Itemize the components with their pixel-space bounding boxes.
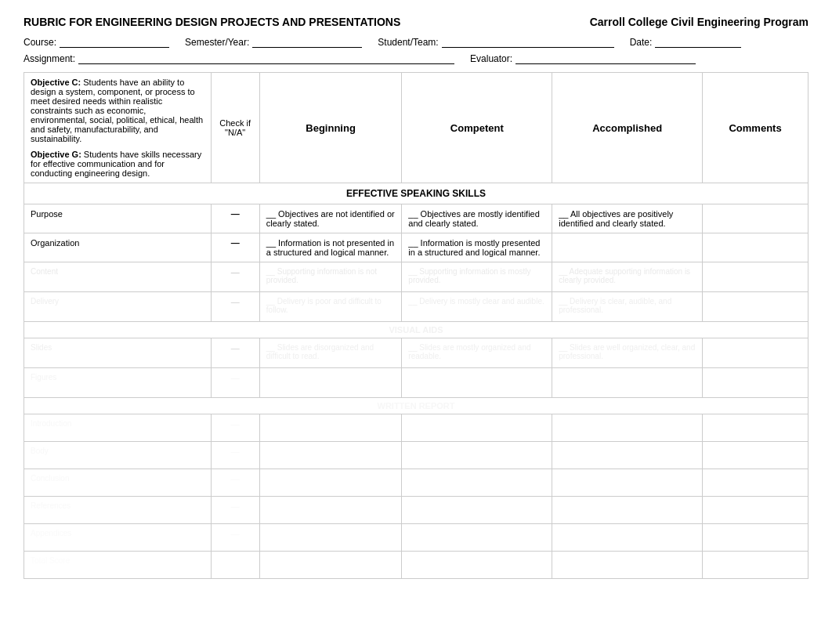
organization-competent: __ Information is mostly presented in a … [402,233,552,262]
blurred-row-4: Slides — __ Slides are disorganized and … [24,338,808,368]
competent-label: Competent [450,122,504,134]
purpose-competent: __ Objectives are mostly identified and … [402,204,552,233]
evaluator-value[interactable] [515,52,696,64]
beginning-label: Beginning [306,122,356,134]
evaluator-label: Evaluator: [470,53,512,64]
purpose-comments [703,204,808,233]
objective-c-text: Students have an ability to design a sys… [31,78,203,143]
organization-dash: — [231,238,240,248]
semester-label: Semester/Year: [185,37,249,48]
blurred-row-1: Content — __ Supporting information is n… [24,262,808,292]
beginning-header-cell: Beginning [259,73,402,183]
assignment-value[interactable] [78,52,454,64]
effective-speaking-cell: EFFECTIVE SPEAKING SKILLS [24,183,808,204]
effective-speaking-label: EFFECTIVE SPEAKING SKILLS [346,188,486,199]
objective-g-block: Objective G: Students have skills necess… [31,150,204,178]
form-row-2: Assignment: Evaluator: [24,52,808,64]
comments-header-cell: Comments [703,73,808,183]
form-row-1: Course: Semester/Year: Student/Team: Dat… [24,36,808,48]
semester-value[interactable] [252,36,362,48]
organization-competent-text: __ Information is mostly presented in a … [408,238,540,257]
organization-beginning: __ Information is not presented in a str… [259,233,402,262]
header-top: RUBRIC FOR ENGINEERING DESIGN PROJECTS A… [24,16,808,28]
blurred-row-3: VISUAL AIDS [24,322,808,338]
blurred-row-7: Introduction — [24,414,808,442]
course-value[interactable] [60,36,169,48]
purpose-accomplished-text: __ All objectives are positively identif… [559,209,673,228]
page-title: RUBRIC FOR ENGINEERING DESIGN PROJECTS A… [24,16,400,28]
purpose-check: — [211,204,259,233]
semester-field: Semester/Year: [185,36,362,48]
institution-name: Carroll College Civil Engineering Progra… [590,16,808,28]
purpose-beginning: __ Objectives are not identified or clea… [259,204,402,233]
blurred-row-9: Conclusion — [24,469,808,497]
effective-speaking-header-row: EFFECTIVE SPEAKING SKILLS [24,183,808,204]
purpose-label: Purpose [31,209,63,219]
objective-g-label: Objective G: [31,150,81,159]
organization-beginning-text: __ Information is not presented in a str… [266,238,394,257]
accomplished-label: Accomplished [592,122,662,134]
page: RUBRIC FOR ENGINEERING DESIGN PROJECTS A… [0,0,832,644]
objective-c-label: Objective C: [31,78,81,87]
blurred-row-10: References — [24,497,808,524]
student-label: Student/Team: [378,37,438,48]
purpose-competent-text: __ Objectives are mostly identified and … [408,209,540,228]
evaluator-field: Evaluator: [470,52,696,64]
objective-header-row: Objective C: Students have an ability to… [24,73,808,183]
blurred-row-12: Total Score [24,552,808,579]
organization-row: Organization — __ Information is not pre… [24,233,808,262]
organization-accomplished [552,233,703,262]
organization-comments [703,233,808,262]
date-field: Date: [630,36,742,48]
assignment-label: Assignment: [24,53,75,64]
purpose-row: Purpose — __ Objectives are not identifi… [24,204,808,233]
course-label: Course: [24,37,56,48]
student-field: Student/Team: [378,36,613,48]
purpose-dash: — [231,209,240,219]
assignment-field: Assignment: [24,52,454,64]
student-value[interactable] [442,36,614,48]
purpose-criterion: Purpose [24,204,212,233]
organization-label: Organization [31,238,79,248]
date-value[interactable] [655,36,741,48]
check-header-cell: Check if "N/A" [211,73,259,183]
objective-cell: Objective C: Students have an ability to… [24,73,212,183]
objective-c-block: Objective C: Students have an ability to… [31,78,204,143]
comments-label: Comments [729,122,781,134]
course-field: Course: [24,36,169,48]
rubric-table: Objective C: Students have an ability to… [24,72,808,579]
organization-check: — [211,233,259,262]
blurred-row-8: Body — [24,442,808,469]
blurred-row-2: Delivery — __ Delivery is poor and diffi… [24,292,808,322]
organization-criterion: Organization [24,233,212,262]
blurred-row-6: WRITTEN REPORT [24,398,808,414]
competent-header-cell: Competent [402,73,552,183]
purpose-beginning-text: __ Objectives are not identified or clea… [266,209,395,228]
check-na-label: Check if "N/A" [219,118,251,137]
blurred-row-11: Appendices — [24,524,808,552]
purpose-accomplished: __ All objectives are positively identif… [552,204,703,233]
blurred-row-5: Figures — [24,368,808,398]
accomplished-header-cell: Accomplished [552,73,703,183]
date-label: Date: [630,37,653,48]
